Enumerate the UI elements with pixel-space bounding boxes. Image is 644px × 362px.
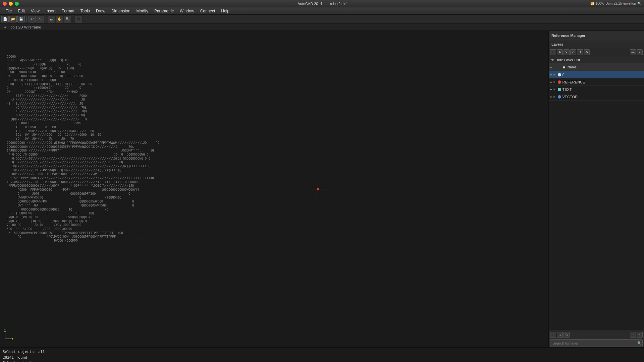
drawing-text: QQQQQ QST- 0-QSS5SWPT'''' 3QQQQ 0Q PQ Q …	[7, 51, 159, 247]
svg-text:Y: Y	[3, 328, 5, 331]
layer-item-text[interactable]: ● ☀ TEXT	[549, 86, 644, 93]
col-status-icons: ●	[550, 66, 555, 69]
layer-item-vector[interactable]: ● ☀ VECTOR	[549, 93, 644, 101]
view-top-label: Top	[9, 25, 15, 29]
layer-new-vp-button[interactable]: ⊕	[557, 49, 563, 55]
collapse-icon	[551, 59, 554, 61]
toolbar-layer-props[interactable]: ☰	[75, 16, 82, 22]
layer-settings-button[interactable]: ⚙	[584, 49, 590, 55]
crosshair-horizontal	[308, 189, 328, 189]
menu-window[interactable]: Window	[177, 8, 197, 14]
layer-freeze-button[interactable]: —	[630, 49, 636, 55]
menubar: File Edit View Insert Format Tools Draw …	[0, 7, 644, 15]
window-controls[interactable]	[3, 2, 19, 6]
main-layout: QQQQQ QST- 0-QSS5SWPT'''' 3QQQQ 0Q PQ Q …	[0, 31, 644, 347]
ref-manager-label: Reference Manager	[551, 34, 586, 38]
layer-ref-freeze-icon: ☀	[553, 80, 557, 84]
layer-0-vis-icon: ●	[550, 73, 552, 76]
layer-refresh-button[interactable]: ↺	[577, 49, 583, 55]
crosshair-vertical	[318, 179, 318, 199]
view-nav-back[interactable]: ◀	[3, 25, 7, 29]
toolbar-pan[interactable]: ✋	[56, 16, 63, 22]
layer-0-name: 0	[562, 73, 643, 77]
layer-vector-vis-icon: ●	[550, 95, 552, 99]
hide-layer-list-row[interactable]: Hide Layer List	[549, 56, 644, 64]
menu-file[interactable]: File	[3, 8, 14, 14]
toolbar-save[interactable]: 💾	[17, 16, 25, 22]
menu-connect[interactable]: Connect	[198, 8, 218, 14]
view-separator: |	[16, 25, 17, 29]
toolbar-undo[interactable]: ↩	[29, 16, 36, 22]
cmd-line-0: Select objects: all	[3, 349, 641, 355]
layer-text-color	[558, 88, 561, 91]
svg-text:X: X	[13, 340, 15, 341]
zoom-level: 100%	[596, 2, 604, 5]
toolbar-separator-3	[73, 16, 73, 22]
ref-manager-title: Reference Manager	[549, 31, 644, 40]
layer-current-button[interactable]: ✓	[570, 49, 576, 55]
minimize-button[interactable]	[9, 2, 13, 6]
clock: Dom 22:15	[605, 2, 622, 5]
toolbar-separator-1	[26, 16, 27, 22]
canvas-content: QQQQQ QST- 0-QSS5SWPT'''' 3QQQQ 0Q PQ Q …	[0, 31, 548, 347]
layer-prev-button[interactable]: ⟨	[550, 332, 556, 338]
close-button[interactable]	[3, 2, 7, 6]
wifi-icon: 📶	[590, 2, 594, 5]
layer-list: ● ☀ 0 ● ☀ REFERENCE ● ☀ TEXT ● ☀ V	[549, 71, 644, 330]
menu-modify[interactable]: Modify	[134, 8, 151, 14]
layers-title: Layers	[549, 40, 644, 48]
menu-edit[interactable]: Edit	[15, 8, 28, 14]
layer-copy-button[interactable]: ⧉	[564, 332, 570, 338]
layer-text-vis-icon: ●	[550, 88, 552, 91]
layer-search-input[interactable]	[550, 339, 643, 347]
layer-search-container: 🔍	[549, 339, 644, 347]
col-color-space: ■	[563, 65, 567, 70]
layer-vector-color	[558, 95, 561, 99]
menu-help[interactable]: Help	[218, 8, 232, 14]
layer-item-0[interactable]: ● ☀ 0	[549, 71, 644, 78]
layers-label: Layers	[551, 42, 563, 46]
crosshair-center	[317, 188, 319, 190]
cmd-line-2: Select objects:	[3, 360, 641, 362]
menu-draw[interactable]: Draw	[93, 8, 108, 14]
layer-ref-vis-icon: ●	[550, 80, 552, 84]
layer-text-freeze-icon: ☀	[553, 88, 557, 91]
layer-minus-button[interactable]: −	[630, 332, 636, 338]
menu-insert[interactable]: Insert	[43, 8, 58, 14]
layer-collapse-button[interactable]: ×	[637, 49, 643, 55]
title-bar-text: AutoCAD 2014 — robot2.dxf	[298, 2, 346, 6]
toolbar-zoom[interactable]: 🔍	[64, 16, 71, 22]
toolbar-open[interactable]: 📂	[9, 16, 17, 22]
menu-parametric[interactable]: Parametric	[152, 8, 176, 14]
toolbar-redo[interactable]: ↪	[37, 16, 44, 22]
search-icon[interactable]: 🔍	[637, 2, 641, 5]
layer-item-reference[interactable]: ● ☀ REFERENCE	[549, 78, 644, 86]
layer-close2-button[interactable]: ×	[637, 332, 643, 338]
menu-view[interactable]: View	[28, 8, 42, 14]
layer-new2-button[interactable]: □	[557, 332, 563, 338]
maximize-button[interactable]	[15, 2, 19, 6]
menu-dimension[interactable]: Dimension	[109, 8, 133, 14]
toolbar-separator-2	[46, 16, 46, 22]
toolbar-plot[interactable]: 🖨	[48, 16, 55, 22]
layer-text-name: TEXT	[562, 87, 643, 92]
toolbar-new[interactable]: 📄	[1, 16, 9, 22]
ucs-icon: X Y	[3, 327, 17, 341]
filename-title: robot2.dxf	[330, 2, 346, 6]
menu-format[interactable]: Format	[59, 8, 77, 14]
menu-tools[interactable]: Tools	[78, 8, 93, 14]
layer-ref-name: REFERENCE	[562, 80, 643, 84]
viewport[interactable]: QQQQQ QST- 0-QSS5SWPT'''' 3QQQQ 0Q PQ Q …	[0, 31, 548, 347]
layer-0-color	[558, 73, 561, 76]
layer-search-icon: 🔍	[637, 341, 641, 345]
layer-new-button[interactable]: +	[550, 49, 556, 55]
layer-delete-button[interactable]: ✕	[564, 49, 570, 55]
titlebar: AutoCAD 2014 — robot2.dxf 📶 100% Dom 22:…	[0, 0, 644, 7]
command-area: Select objects: all 28241 found Select o…	[0, 347, 644, 362]
right-panel: Reference Manager Layers + ⊕ ✕ ✓ ↺ ⚙ — ×…	[548, 31, 644, 347]
layer-0-freeze-icon: ☀	[553, 73, 557, 76]
layer-ref-color	[558, 80, 561, 84]
username: erivelton	[623, 2, 636, 5]
toolbar: 📄 📂 💾 ↩ ↪ 🖨 ✋ 🔍 ☰	[0, 15, 644, 23]
layer-columns-header: ● ■ Name	[549, 64, 644, 71]
